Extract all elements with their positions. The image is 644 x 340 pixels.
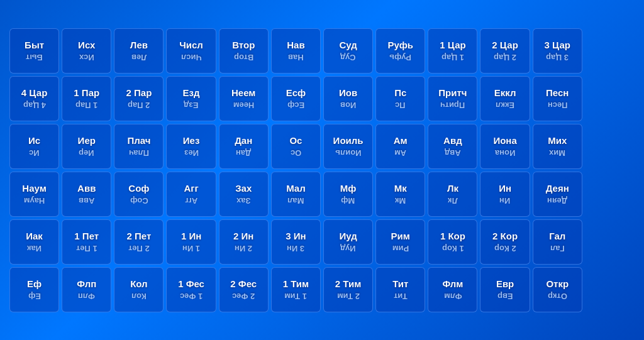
book-cell[interactable]: 1 Ин1 Ин: [166, 219, 216, 265]
book-name-bottom: Плач: [129, 148, 149, 158]
book-name-top: Мф: [340, 183, 357, 194]
books-grid: БытБытИсхИсхЛевЛевЧислЧислВторВторНавНав…: [4, 23, 640, 317]
book-name-top: 4 Цар: [21, 87, 48, 99]
book-cell[interactable]: 3 Ин3 Ин: [271, 219, 321, 265]
book-cell[interactable]: ЛевЛев: [114, 28, 164, 74]
book-cell[interactable]: СудСуд: [323, 28, 373, 74]
book-cell: [585, 267, 635, 312]
book-name-bottom: 1 Ин: [182, 243, 200, 253]
book-name-bottom: 1 Цар: [441, 52, 464, 62]
book-name-top: 1 Цар: [440, 40, 466, 51]
book-name-bottom: Дан: [236, 148, 251, 158]
book-name-bottom: Иона: [495, 148, 515, 158]
book-cell[interactable]: ПсПс: [375, 76, 425, 121]
book-cell[interactable]: ДанДан: [219, 124, 269, 169]
book-name-bottom: Быт: [26, 52, 43, 62]
book-cell[interactable]: 2 Цар2 Цар: [480, 28, 530, 74]
book-name-bottom: Мал: [287, 195, 304, 206]
book-name-bottom: Лк: [448, 195, 458, 206]
book-cell[interactable]: ФлмФлм: [428, 267, 477, 312]
book-cell[interactable]: АвдАвд: [428, 124, 477, 169]
book-cell[interactable]: 2 Тим2 Тим: [323, 267, 373, 312]
book-name-bottom: 1 Пет: [76, 243, 97, 253]
book-cell[interactable]: 1 Пар1 Пар: [62, 76, 111, 121]
book-cell[interactable]: ЕздЕзд: [166, 76, 216, 121]
book-cell[interactable]: 1 Цар1 Цар: [428, 28, 477, 74]
book-cell[interactable]: АмАм: [375, 124, 425, 169]
book-cell[interactable]: 1 Кор1 Кор: [428, 219, 477, 265]
book-cell[interactable]: ФлпФлп: [62, 267, 111, 312]
book-cell[interactable]: НавНав: [271, 28, 321, 74]
book-name-top: Иоиль: [333, 135, 364, 146]
book-cell[interactable]: АввАвв: [62, 172, 111, 217]
book-cell[interactable]: ДеянДеян: [533, 172, 582, 217]
book-cell[interactable]: 4 Цар4 Цар: [9, 76, 59, 121]
book-cell[interactable]: МалМал: [271, 172, 321, 217]
book-cell[interactable]: ИезИез: [166, 124, 216, 169]
book-cell[interactable]: ЕфЕф: [9, 267, 59, 312]
book-name-bottom: 1 Кор: [442, 243, 464, 253]
book-cell[interactable]: ИсхИсх: [62, 28, 111, 74]
book-cell[interactable]: ПеснПесн: [533, 76, 582, 121]
book-name-bottom: 3 Цар: [546, 52, 569, 62]
book-cell[interactable]: БытБыт: [9, 28, 59, 74]
book-cell[interactable]: ИовИов: [323, 76, 373, 121]
book-cell[interactable]: 2 Пар2 Пар: [114, 76, 164, 121]
book-cell[interactable]: ЕврЕвр: [480, 267, 530, 312]
book-cell[interactable]: МкМк: [375, 172, 425, 217]
book-cell[interactable]: ИудИуд: [323, 219, 373, 265]
book-cell[interactable]: ЛкЛк: [428, 172, 477, 217]
book-name-bottom: Иез: [184, 148, 199, 158]
book-cell[interactable]: ИоильИоиль: [323, 124, 373, 169]
book-cell[interactable]: РуфьРуфь: [375, 28, 425, 74]
book-cell[interactable]: КолКол: [114, 267, 164, 312]
book-name-top: Агг: [184, 183, 198, 194]
book-name-bottom: Числ: [181, 52, 202, 62]
book-cell[interactable]: 1 Тим1 Тим: [271, 267, 321, 312]
book-cell[interactable]: ПритчПритч: [428, 76, 477, 121]
book-name-top: Рим: [391, 231, 410, 242]
book-cell[interactable]: МфМф: [323, 172, 373, 217]
book-cell[interactable]: НаумНаум: [9, 172, 59, 217]
book-cell[interactable]: СофСоф: [114, 172, 164, 217]
book-name-bottom: Еф: [28, 291, 41, 301]
book-cell[interactable]: МихМих: [533, 124, 582, 169]
book-cell[interactable]: ОткрОткр: [533, 267, 582, 312]
book-cell[interactable]: ИсИс: [9, 124, 59, 169]
book-name-top: Кол: [130, 278, 147, 290]
book-cell[interactable]: ВторВтор: [219, 28, 269, 74]
book-name-bottom: Ин: [499, 195, 510, 206]
book-cell[interactable]: ИонаИона: [480, 124, 530, 169]
book-cell[interactable]: НеемНеем: [219, 76, 269, 121]
book-cell[interactable]: АггАгг: [166, 172, 216, 217]
book-cell[interactable]: ЗахЗах: [219, 172, 269, 217]
book-name-top: Втор: [232, 40, 255, 51]
book-cell[interactable]: ЧислЧисл: [166, 28, 216, 74]
book-cell[interactable]: ПлачПлач: [114, 124, 164, 169]
book-name-top: Иер: [78, 135, 96, 146]
book-cell[interactable]: РимРим: [375, 219, 425, 265]
book-name-top: 1 Пар: [74, 87, 99, 99]
book-name-bottom: 2 Фес: [232, 291, 255, 301]
book-cell[interactable]: 2 Пет2 Пет: [114, 219, 164, 265]
book-cell[interactable]: 2 Кор2 Кор: [480, 219, 530, 265]
book-name-top: 3 Ин: [286, 231, 306, 242]
book-name-bottom: Мк: [395, 195, 406, 206]
book-cell[interactable]: 2 Фес2 Фес: [219, 267, 269, 312]
book-cell[interactable]: 2 Ин2 Ин: [219, 219, 269, 265]
book-cell[interactable]: ИнИн: [480, 172, 530, 217]
book-cell[interactable]: ГалГал: [533, 219, 582, 265]
book-cell[interactable]: ОсОс: [271, 124, 321, 169]
book-cell[interactable]: ТитТит: [375, 267, 425, 312]
book-cell[interactable]: ИерИер: [62, 124, 111, 169]
book-name-bottom: Мих: [549, 148, 565, 158]
book-cell[interactable]: 3 Цар3 Цар: [533, 28, 582, 74]
book-name-top: Евр: [496, 278, 514, 290]
book-cell[interactable]: 1 Фес1 Фес: [166, 267, 216, 312]
book-cell[interactable]: ЕкклЕккл: [480, 76, 530, 121]
book-name-top: Руфь: [387, 40, 413, 51]
book-name-bottom: Езд: [184, 100, 198, 110]
book-cell[interactable]: ЕсфЕсф: [271, 76, 321, 121]
book-cell[interactable]: 1 Пет1 Пет: [62, 219, 111, 265]
book-cell[interactable]: ИакИак: [9, 219, 59, 265]
